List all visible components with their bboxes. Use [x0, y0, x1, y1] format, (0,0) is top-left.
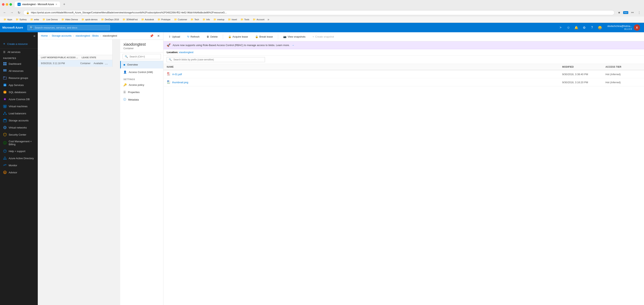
container-nav-metadata[interactable]: ⓘ Metadata [120, 96, 163, 104]
settings-menu-button[interactable]: ⋮ [636, 10, 642, 16]
sidebar-item-all-resources[interactable]: All resources [0, 67, 38, 74]
sidebar-item-help-support[interactable]: ? Help + support [0, 148, 38, 155]
svg-line-27 [5, 113, 6, 114]
back-button[interactable]: ← [2, 10, 8, 15]
sidebar-item-label: Resource groups [9, 76, 28, 80]
bookmark-video-demos[interactable]: 📁 Video Demos [60, 18, 80, 22]
sidebar-item-label: Help + support [9, 150, 25, 153]
sidebar-create-resource[interactable]: + Create a resource [0, 40, 38, 48]
container-nav-access-control[interactable]: 👤 Access Control (IAM) [120, 68, 163, 76]
refresh-button[interactable]: ↻ Refresh [185, 34, 202, 39]
sidebar-item-cost-management[interactable]: $ Cost Management + Billing [0, 138, 38, 148]
blob-row-1[interactable]: thumbnail.png 9/30/2018, 3:16:20 PM Hot … [164, 78, 644, 86]
sidebar-item-virtual-networks[interactable]: Virtual networks [0, 124, 38, 131]
delete-button[interactable]: 🗑 Delete [204, 34, 220, 39]
sidebar-item-sql-databases[interactable]: SQL databases [0, 88, 38, 96]
minimize-traffic-light[interactable] [6, 3, 8, 6]
container-search-input[interactable] [130, 55, 159, 58]
notifications-button[interactable]: 🔔 [573, 24, 580, 31]
panel-pin-button[interactable]: 📌 [148, 34, 155, 38]
breadcrumb-home[interactable]: Home [41, 34, 48, 37]
bookmarks-more-button[interactable]: » [266, 17, 270, 22]
new-badge-button[interactable]: New [623, 10, 629, 16]
cloud-shell-button[interactable]: > [557, 24, 564, 31]
bookmark-customer[interactable]: 📁 Customer [172, 18, 189, 22]
dashboard-icon [3, 62, 7, 66]
sidebar-item-dashboard[interactable]: Dashboard [0, 60, 38, 67]
sidebar-item-resource-groups[interactable]: Resource groups [0, 74, 38, 82]
panel-close-button[interactable]: ✕ [156, 34, 161, 38]
acquire-lease-button[interactable]: 🔒 Acquire lease [226, 34, 250, 39]
extensions-button[interactable]: ⚯ [630, 10, 635, 16]
container-nav-overview[interactable]: ■ Overview [120, 61, 163, 68]
sidebar-collapse-button[interactable]: « [34, 34, 36, 38]
container-search-box[interactable]: 🔍 [122, 54, 161, 59]
sidebar-item-label: Security Center [9, 133, 26, 136]
bookmark-live-demos[interactable]: 📁 Live Demos [41, 18, 59, 22]
rbac-arrow: → [292, 44, 294, 47]
feedback-button[interactable]: ☺ [565, 24, 572, 31]
bookmark-sydney[interactable]: 📁 Sydney [14, 18, 28, 22]
bookmark-prototype[interactable]: 📁 Prototype [156, 18, 172, 22]
break-lease-button[interactable]: 🔓 Break lease [253, 34, 275, 39]
sidebar-item-app-services[interactable]: </> App Services [0, 82, 38, 88]
new-badge-label: New [623, 11, 628, 14]
upload-button[interactable]: ⇧ Upload [166, 34, 182, 39]
bookmark-apps[interactable]: 📁 Apps [2, 18, 14, 22]
sidebar-item-advisor[interactable]: ▲ Advisor [0, 169, 38, 176]
breadcrumb-storage[interactable]: Storage accounts [52, 34, 72, 37]
sidebar-item-load-balancers[interactable]: Load balancers [0, 110, 38, 117]
container-nav-properties[interactable]: ☰ Properties [120, 88, 163, 96]
sidebar-item-cosmos-db[interactable]: Azure Cosmos DB [0, 96, 38, 103]
topnav-user[interactable]: devtechchina@hotma... 默认目录 X [606, 24, 642, 32]
browser-tab[interactable]: A xiaodongtest - Microsoft Azure × [15, 2, 60, 7]
sidebar-item-virtual-machines[interactable]: Virtual machines [0, 103, 38, 110]
create-snapshot-button[interactable]: + Create snapshot [310, 34, 336, 39]
reload-button[interactable]: ↻ [16, 10, 22, 15]
bookmark-tools[interactable]: 📁 Tools [239, 18, 251, 22]
close-traffic-light[interactable] [2, 3, 4, 6]
help-button[interactable]: ? [588, 24, 596, 31]
location-link[interactable]: xiaodongtest [179, 51, 194, 54]
bookmark-autodesk[interactable]: 📁 Autodesk [140, 18, 156, 22]
traffic-lights [2, 3, 12, 6]
maximize-traffic-light[interactable] [10, 3, 12, 6]
sidebar-item-monitor[interactable]: Monitor [0, 162, 38, 169]
blob-row-0[interactable]: PDF A-01.pdf 9/30/2018, 3:38:40 PM Hot (… [164, 70, 644, 78]
address-bar[interactable]: 🔒 https://portal.azure.com/#blade/Micros… [23, 10, 614, 15]
forward-button[interactable]: → [9, 10, 14, 15]
bookmark-tech[interactable]: 📁 Tech [189, 18, 200, 22]
tab-close-button[interactable]: × [56, 3, 57, 6]
table-row[interactable]: 9/30/2018, 3:11:18 PM Container Availabl… [38, 60, 112, 67]
bookmark-3dwebfest[interactable]: 📁 3DWebFest [121, 18, 139, 22]
bookmark-meetup[interactable]: 📁 meetup [212, 18, 226, 22]
bookmark-devdays[interactable]: 📁 DevDays 2016 [100, 18, 120, 22]
col-public-access: PUBLIC ACCESS ... [58, 56, 82, 59]
sidebar-item-azure-active-directory[interactable]: A Azure Active Directory [0, 155, 38, 162]
topnav-search-box[interactable]: 🔍 [27, 25, 110, 30]
sidebar-item-storage-accounts[interactable]: Storage accounts [0, 117, 38, 124]
settings-button[interactable]: ⚙ [581, 24, 588, 31]
topnav-search-input[interactable] [34, 26, 108, 29]
rbac-learn-more-link[interactable]: → [292, 44, 294, 47]
bookmark-star-button[interactable]: ★ [616, 10, 622, 16]
bookmark-wrike[interactable]: 📁 wrike [29, 18, 41, 22]
new-tab-button[interactable]: + [62, 2, 67, 7]
bookmark-travel[interactable]: 📁 travel [226, 18, 238, 22]
upload-label: Upload [172, 35, 180, 38]
bookmark-quick-demos[interactable]: 📁 quick-demos [80, 18, 99, 22]
blobs-search-input[interactable] [173, 58, 263, 61]
svg-rect-22 [4, 106, 6, 107]
container-nav-access-policy[interactable]: 🔑 Access policy [120, 81, 163, 88]
sidebar-item-security-center[interactable]: ! Security Center [0, 131, 38, 138]
row-more-actions-button[interactable]: … [105, 62, 109, 65]
smiley-button[interactable]: 😀 [596, 24, 604, 31]
sidebar-all-services[interactable]: ☰ All services [0, 48, 38, 56]
view-snapshots-button[interactable]: 📷 View snapshots [281, 34, 308, 39]
blade-list-columns: LAST MODIFIED PUBLIC ACCESS ... LEASE ST… [38, 55, 112, 60]
blobs-search-box[interactable]: 🔍 [166, 57, 265, 62]
bookmark-info[interactable]: 📁 Info [201, 18, 212, 22]
bookmark-account[interactable]: 📁 Account [251, 18, 266, 22]
col-modified-header: MODIFIED [562, 66, 606, 68]
breadcrumb-blobs[interactable]: xiaodongtest - Blobs [76, 34, 99, 37]
